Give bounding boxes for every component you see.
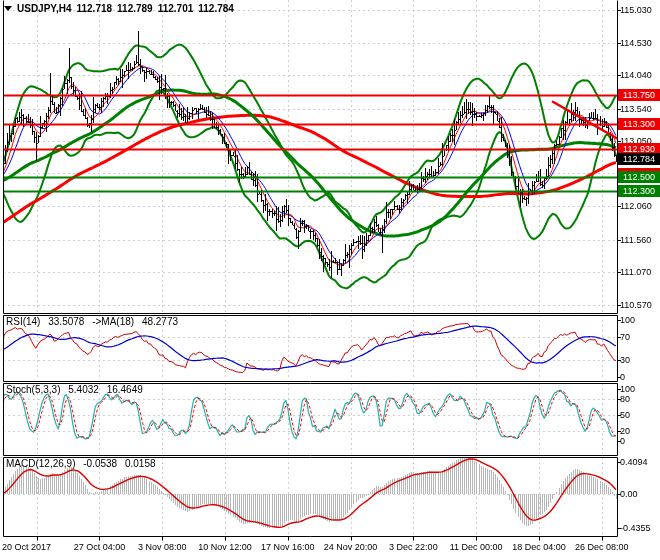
price-tick-label: 114.530 bbox=[620, 38, 660, 49]
chart-title: USDJPY,H4 112.718 112.789 112.701 112.78… bbox=[4, 2, 239, 15]
title-open-value: 112.718 bbox=[76, 3, 112, 14]
macd-scale-label: -0.4355 bbox=[620, 523, 660, 534]
price-level-badge: 113.750 bbox=[618, 89, 660, 101]
chart-window: USDJPY,H4 112.718 112.789 112.701 112.78… bbox=[0, 0, 660, 560]
stoch-scale-label: 100 bbox=[620, 384, 660, 395]
macd-signal-value: 0.0158 bbox=[125, 458, 156, 469]
rsi-scale-label: 30 bbox=[620, 355, 660, 366]
rsi-ma-value: 48.2773 bbox=[142, 316, 178, 327]
stoch-scale-label: 80 bbox=[620, 394, 660, 405]
rsi-scale-label: 0 bbox=[620, 372, 660, 383]
rsi-label-row: RSI(14) 33.5078 ->MA(18) 48.2773 bbox=[6, 316, 183, 327]
stoch-label-row: Stoch(5,3,3) 5.4032 16.4649 bbox=[6, 384, 148, 395]
macd-label-row: MACD(12,26,9) -0.0538 0.0158 bbox=[6, 458, 161, 469]
price-tick-label: 111.560 bbox=[620, 235, 660, 246]
price-tick-label: 114.040 bbox=[620, 70, 660, 81]
rsi-scale-label: 100 bbox=[620, 315, 660, 326]
time-tick-label: 3 Dec 22:00 bbox=[389, 542, 438, 552]
title-high-value: 112.789 bbox=[117, 3, 153, 14]
price-tick-label: 115.030 bbox=[620, 5, 660, 16]
chart-canvas[interactable] bbox=[0, 0, 660, 560]
rsi-ma-label: ->MA(18) bbox=[92, 316, 134, 327]
symbol-label: USDJPY,H4 bbox=[17, 3, 71, 14]
rsi-value: 33.5078 bbox=[48, 316, 84, 327]
macd-value: -0.0538 bbox=[83, 458, 117, 469]
time-tick-label: 20 Oct 2017 bbox=[2, 542, 51, 552]
price-tick-label: 113.540 bbox=[620, 104, 660, 115]
stoch-scale-label: 50 bbox=[620, 410, 660, 421]
title-low-value: 112.701 bbox=[158, 3, 194, 14]
time-tick-label: 17 Nov 16:00 bbox=[261, 542, 315, 552]
symbol-dropdown-arrow-icon[interactable] bbox=[4, 6, 12, 11]
stoch-main-value: 5.4032 bbox=[68, 384, 99, 395]
time-tick-label: 24 Nov 20:00 bbox=[324, 542, 378, 552]
price-tick-label: 112.060 bbox=[620, 201, 660, 212]
macd-scale-label: 0.4094 bbox=[620, 457, 660, 468]
price-level-badge: 112.300 bbox=[618, 185, 660, 197]
stoch-scale-label: 0 bbox=[620, 436, 660, 447]
time-tick-label: 26 Dec 08:00 bbox=[575, 542, 629, 552]
current-price-badge: 112.784 bbox=[618, 153, 660, 165]
time-tick-label: 11 Dec 00:00 bbox=[450, 542, 503, 552]
title-close-value: 112.784 bbox=[198, 3, 234, 14]
stoch-scale-label: 20 bbox=[620, 426, 660, 437]
price-level-badge: 112.500 bbox=[618, 171, 660, 183]
rsi-label: RSI(14) bbox=[6, 316, 40, 327]
rsi-scale-label: 70 bbox=[620, 332, 660, 343]
stoch-signal-value: 16.4649 bbox=[107, 384, 143, 395]
price-level-badge: 113.300 bbox=[618, 118, 660, 130]
time-tick-label: 18 Dec 04:00 bbox=[512, 542, 566, 552]
price-tick-label: 111.070 bbox=[620, 267, 660, 278]
time-tick-label: 10 Nov 12:00 bbox=[198, 542, 252, 552]
time-tick-label: 27 Oct 04:00 bbox=[74, 542, 126, 552]
price-tick-label: 110.570 bbox=[620, 300, 660, 311]
stoch-label: Stoch(5,3,3) bbox=[6, 384, 60, 395]
macd-label: MACD(12,26,9) bbox=[6, 458, 75, 469]
macd-scale-label: 0.00 bbox=[620, 489, 660, 500]
time-tick-label: 3 Nov 08:00 bbox=[138, 542, 187, 552]
